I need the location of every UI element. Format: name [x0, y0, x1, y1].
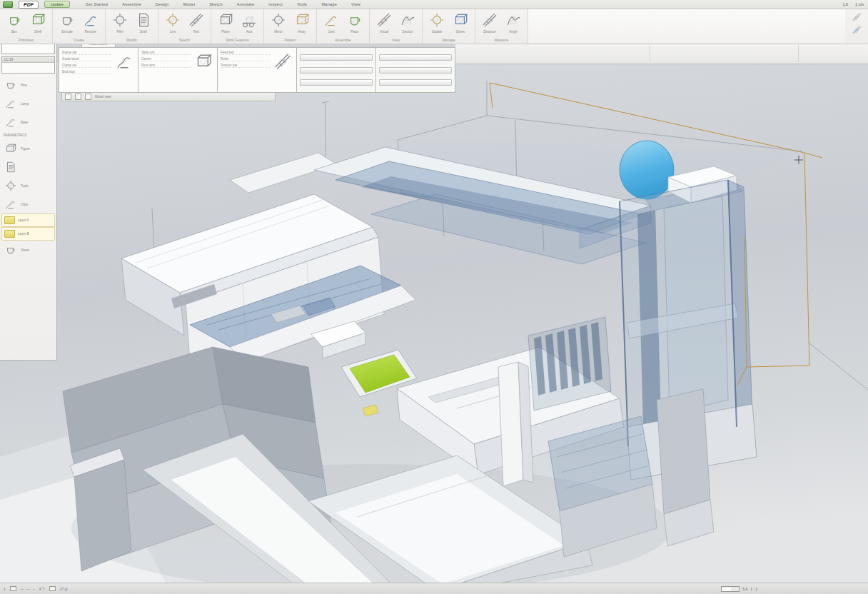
palette-window-1[interactable]: LC 29: [1, 56, 55, 74]
status-box2-icon[interactable]: [49, 586, 56, 591]
cube-mini-icon[interactable]: [65, 94, 71, 100]
menu-item-view[interactable]: View: [351, 2, 360, 6]
gallery-bar: [379, 54, 452, 61]
menu-item-design[interactable]: Design: [156, 2, 169, 6]
ribbon-button-label: Fillet: [116, 30, 123, 34]
document-beige-icon: [163, 11, 182, 29]
palette-item-base[interactable]: Base: [1, 113, 55, 131]
ribbon-subband: [455, 44, 868, 64]
ribbon-group-export: [845, 9, 868, 44]
clipboard-green-icon: [345, 11, 364, 29]
gallery-panel-0[interactable]: Frame railGuide blockClamp setEnd stop: [59, 47, 138, 93]
ribbon-button-text[interactable]: Text: [187, 11, 206, 34]
palette-item-pins[interactable]: Pins: [1, 76, 55, 94]
ribbon-button-axis[interactable]: Axis: [240, 11, 258, 34]
gallery-panel-3[interactable]: [296, 47, 376, 93]
pin-sketch-icon: [4, 78, 18, 92]
menu-bar: PDF Update Get StartedAssembleDesignMode…: [0, 0, 868, 9]
list-mini-icon[interactable]: [85, 94, 91, 100]
ribbon-group-name: View: [375, 37, 417, 44]
ribbon-button-draft[interactable]: Draft: [134, 11, 153, 34]
ribbon-button-angle[interactable]: Angle: [504, 11, 523, 34]
scale-label: 1 : 1: [750, 587, 757, 591]
ribbon-button-mirror[interactable]: Mirror: [269, 11, 288, 34]
palette-item-tools[interactable]: Tools: [1, 176, 55, 195]
palette-item-figure[interactable]: Figure: [1, 139, 55, 158]
gallery-bar: [300, 67, 373, 74]
menu-item-get-started[interactable]: Get Started: [86, 2, 108, 6]
export-button-1[interactable]: [851, 24, 862, 36]
ribbon-button-fillet[interactable]: Fillet: [111, 11, 129, 34]
ribbon-group-name: Primitives: [5, 37, 47, 44]
ribbon-button-plane[interactable]: Plane: [216, 11, 235, 34]
gallery-panel-4[interactable]: [375, 47, 455, 93]
menu-item-sketch[interactable]: Sketch: [209, 2, 223, 6]
ribbon-toolbar: BoxShellPrimitivesExtrudeRevolveCreateFi…: [0, 9, 868, 44]
leaf-green-icon: [5, 11, 24, 29]
ribbon-button-label: Visual: [380, 30, 388, 34]
menu-item-assemble[interactable]: Assemble: [122, 2, 141, 6]
status-bar: 1 — — – F 7 27 gr 5.4 1 : 1: [0, 583, 868, 594]
ribbon-button-section[interactable]: Section: [398, 11, 417, 34]
ribbon-group-name: Sketch: [163, 37, 206, 44]
ribbon-button-array[interactable]: Array: [293, 11, 311, 34]
ribbon-group-name: Measure: [480, 37, 523, 44]
menu-item-manage[interactable]: Manage: [321, 2, 337, 6]
ribbon-button-place[interactable]: Place: [345, 11, 364, 34]
zoom-slider[interactable]: [721, 586, 740, 592]
ribbon-button-label: Joint: [328, 30, 335, 34]
status-weight: 27 gr: [60, 587, 68, 591]
palette-item-label: Tools: [21, 184, 29, 188]
palette-item-label: PARAMETRICS: [4, 134, 26, 137]
ribbon-button-shell[interactable]: Shell: [29, 11, 47, 34]
dome-part[interactable]: [620, 141, 674, 199]
palette-item-label: Clips: [21, 203, 28, 206]
palette-item-clips[interactable]: Clips: [1, 195, 55, 213]
update-button[interactable]: Update: [44, 1, 70, 8]
palette-item-views[interactable]: Views: [1, 241, 55, 259]
ribbon-button-extrude[interactable]: Extrude: [58, 11, 76, 34]
roller-sketch-icon: [272, 51, 293, 72]
palette-item-parametrics[interactable]: PARAMETRICS: [1, 131, 55, 139]
palette-item-layer-b[interactable]: Layer B: [1, 227, 55, 241]
menu-right-item: 1.0: [842, 2, 848, 6]
menu-item-tools[interactable]: Tools: [297, 2, 307, 6]
ribbon-button-joint[interactable]: Joint: [322, 11, 340, 34]
ribbon-button-box[interactable]: Box: [5, 11, 24, 34]
export-button-0[interactable]: [851, 11, 862, 23]
ribbon-button-styles[interactable]: Styles: [451, 11, 470, 34]
status-zoom-controls: 5.4 1 : 1: [721, 586, 757, 592]
ribbon-button-label: Styles: [456, 30, 465, 34]
grid-beige-icon: [293, 11, 311, 29]
gallery-line: Frame rail: [62, 51, 111, 55]
angle-sketch-icon: [504, 11, 523, 29]
axis-sketch-icon: [240, 11, 258, 29]
ribbon-button-distance[interactable]: Distance: [480, 11, 499, 34]
ribbon-button-update[interactable]: Update: [428, 11, 446, 34]
status-box-icon[interactable]: [10, 586, 16, 591]
clip-sketch-icon: [4, 197, 18, 211]
gallery-panel-2[interactable]: Feed beltRollerTension bar: [217, 47, 297, 93]
caliper-sketch-icon: [480, 11, 499, 29]
ribbon-group-name: Work Features: [216, 37, 258, 44]
app-logo-icon[interactable]: [3, 1, 13, 8]
menu-right-status: 1.01 cm: [842, 2, 864, 6]
cylinder-tan-icon: [428, 11, 446, 29]
gear-green-icon: [29, 11, 47, 29]
extrude-sketch-icon: [58, 11, 76, 29]
gallery-panel-1[interactable]: Slide unitCarrierPivot arm: [138, 47, 218, 93]
palette-item-lamp[interactable]: Lamp: [1, 94, 55, 113]
axis-mini-icon[interactable]: [75, 94, 81, 100]
ribbon-group-name: Modify: [111, 37, 153, 44]
ribbon-button-line[interactable]: Line: [163, 11, 182, 34]
gallery-line: Roller: [221, 57, 270, 61]
ribbon-button-revolve[interactable]: Revolve: [81, 11, 100, 34]
palette-item-blank[interactable]: [1, 158, 55, 176]
palette-item-layer-a[interactable]: Layer A: [1, 213, 55, 227]
ribbon-button-visual[interactable]: Visual: [375, 11, 393, 34]
menu-item-inspect[interactable]: Inspect: [268, 2, 283, 6]
gallery-panels: Frame railGuide blockClamp setEnd stopSl…: [59, 47, 455, 93]
menu-item-annotate[interactable]: Annotate: [237, 2, 254, 6]
lamp-sketch-icon: [4, 96, 18, 111]
menu-item-model[interactable]: Model: [183, 2, 195, 6]
